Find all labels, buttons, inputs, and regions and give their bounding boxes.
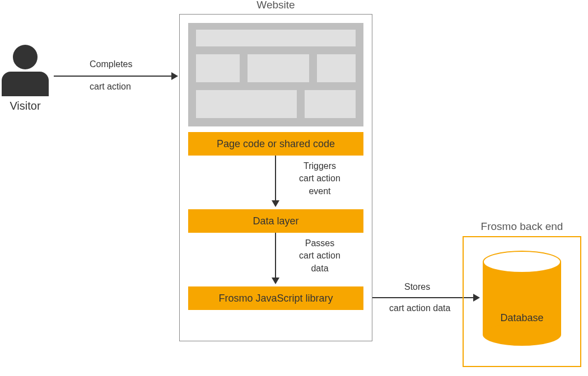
arrow-stores-line2: cart action data [389,302,450,314]
arrow-triggers-labels: Triggers cart action event [283,160,356,198]
page-code-box: Page code or shared code [188,132,363,156]
backend-container: Database [463,236,581,367]
arrow-stores [372,297,473,298]
arrow-triggers [275,156,276,200]
arrow-completes-line1: Completes [90,58,132,70]
wireframe-panel [188,23,363,126]
website-container: Page code or shared code Triggers cart a… [179,14,372,341]
database-icon: Database [483,251,561,346]
js-library-label: Frosmo JavaScript library [218,293,333,304]
website-title: Website [179,0,372,11]
arrow-triggers-line1: Triggers [283,160,356,172]
arrow-completes [54,76,171,77]
arrow-passes-line3: data [283,262,356,275]
arrow-passes-labels: Passes cart action data [283,237,356,275]
database-label: Database [483,312,561,324]
data-layer-label: Data layer [253,215,298,227]
arrowhead-passes [272,278,279,284]
arrow-completes-line2: cart action [90,81,131,93]
arrow-passes-line1: Passes [283,237,356,250]
arrow-passes-line2: cart action [283,250,356,262]
visitor-label: Visitor [0,100,50,112]
backend-title: Frosmo back end [463,220,581,233]
arrow-triggers-line2: cart action [283,172,356,185]
visitor-icon [0,45,50,96]
arrow-passes [275,233,276,278]
page-code-label: Page code or shared code [217,138,335,150]
data-layer-box: Data layer [188,209,363,233]
arrowhead-triggers [272,200,279,207]
arrow-stores-line1: Stores [404,281,430,293]
arrow-triggers-line3: event [283,185,356,198]
arrowhead-completes [171,72,178,80]
js-library-box: Frosmo JavaScript library [188,286,363,310]
